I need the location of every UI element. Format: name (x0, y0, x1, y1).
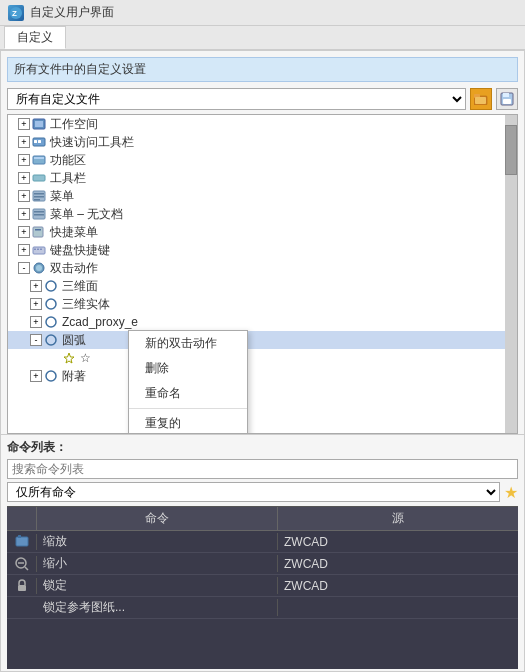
cmd-row-lock-ref[interactable]: 锁定参考图纸... (7, 597, 518, 619)
expand-toolbar[interactable]: + (18, 172, 30, 184)
cmd-row-zoom[interactable]: 缩放 ZWCAD (7, 531, 518, 553)
tree-item-ribbon[interactable]: + 功能区 (8, 151, 517, 169)
circle-icon (44, 333, 60, 347)
svg-rect-26 (34, 249, 36, 251)
svg-point-30 (36, 265, 42, 271)
cmd-icon-zoom-out (7, 556, 37, 572)
file-dropdown-wrapper: 所有自定义文件 (7, 88, 466, 110)
svg-line-40 (25, 567, 28, 570)
svg-point-36 (46, 371, 56, 381)
quickaccess-icon (32, 135, 48, 149)
tree-item-circle[interactable]: - 圆弧 (8, 331, 517, 349)
expand-keyboard[interactable]: + (18, 244, 30, 256)
shortcutmenu-icon (32, 225, 48, 239)
svg-rect-18 (34, 196, 44, 198)
expand-zcad-proxy[interactable]: + (30, 316, 42, 328)
svg-rect-17 (34, 193, 44, 195)
tree-item-zcad-proxy[interactable]: + Zcad_proxy_e (8, 313, 517, 331)
dialog-body: 所有文件中的自定义设置 所有自定义文件 (0, 50, 525, 672)
cmd-row-lock[interactable]: 锁定 ZWCAD (7, 575, 518, 597)
favorite-star-btn[interactable]: ★ (504, 483, 518, 502)
tree-label-ribbon: 功能区 (50, 152, 86, 169)
keyboard-icon (32, 243, 48, 257)
bottom-section: 命令列表： 仅所有命令 ★ 命令 源 (1, 434, 524, 671)
cmd-name-lock-ref: 锁定参考图纸... (37, 599, 278, 616)
tree-area[interactable]: + 工作空间 + 快速访问工具栏 + 功能区 + (7, 114, 518, 434)
svg-rect-38 (18, 535, 21, 538)
tree-item-menu-nodoc[interactable]: + 菜单 – 无文档 (8, 205, 517, 223)
ctx-repeat[interactable]: 重复的 (129, 411, 247, 434)
face3d-icon (44, 279, 60, 293)
expand-ribbon[interactable]: + (18, 154, 30, 166)
tree-label-circle: 圆弧 (62, 332, 86, 349)
filter-select-wrapper: 仅所有命令 (7, 482, 500, 502)
expand-menu[interactable]: + (18, 190, 30, 202)
expand-quickaccess[interactable]: + (18, 136, 30, 148)
svg-rect-25 (33, 247, 45, 254)
tree-item-quickaccess[interactable]: + 快速访问工具栏 (8, 133, 517, 151)
menu-nodoc-icon (32, 207, 48, 221)
file-dropdown[interactable]: 所有自定义文件 (7, 88, 466, 110)
zcad-proxy-icon (44, 315, 60, 329)
svg-rect-37 (16, 537, 28, 546)
tree-label-quickaccess: 快速访问工具栏 (50, 134, 134, 151)
cmd-name-zoom: 缩放 (37, 533, 278, 550)
tree-item-toolbar[interactable]: + 工具栏 (8, 169, 517, 187)
tree-item-doubleclick[interactable]: - 双击动作 (8, 259, 517, 277)
svg-rect-23 (33, 227, 43, 237)
tree-scrollbar-thumb[interactable] (505, 125, 517, 175)
commands-label: 命令列表： (7, 439, 518, 456)
cmd-row-zoom-out[interactable]: 缩小 ZWCAD (7, 553, 518, 575)
cmd-col-source: 源 (278, 507, 518, 530)
cmd-name-lock: 锁定 (37, 577, 278, 594)
file-dropdown-row: 所有自定义文件 (7, 88, 518, 110)
tree-item-3dface[interactable]: + 三维面 (8, 277, 517, 295)
tree-item-attach[interactable]: + 附著 (8, 367, 517, 385)
command-table: 命令 源 缩放 ZWCAD 缩小 ZWCAD (7, 506, 518, 669)
search-input[interactable] (7, 459, 518, 479)
tree-label-keyboard: 键盘快捷键 (50, 242, 110, 259)
expand-3dface[interactable]: + (30, 280, 42, 292)
tree-label-doubleclick: 双击动作 (50, 260, 98, 277)
expand-attach[interactable]: + (30, 370, 42, 382)
expand-3dsolid[interactable]: + (30, 298, 42, 310)
expand-doubleclick[interactable]: - (18, 262, 30, 274)
ctx-new-doubleclick[interactable]: 新的双击动作 (129, 331, 247, 356)
expand-workspace[interactable]: + (18, 118, 30, 130)
cmd-name-zoom-out: 缩小 (37, 555, 278, 572)
svg-point-32 (46, 299, 56, 309)
workspace-icon (32, 117, 48, 131)
tree-label-attach: 附著 (62, 368, 86, 385)
tree-scrollbar-track[interactable] (505, 115, 517, 433)
svg-rect-14 (34, 157, 44, 159)
svg-point-34 (46, 335, 56, 345)
filter-select[interactable]: 仅所有命令 (7, 482, 500, 502)
tree-item-star[interactable]: ☆ (8, 349, 517, 367)
tree-label-toolbar: 工具栏 (50, 170, 86, 187)
app-icon: Z (8, 5, 24, 21)
svg-rect-21 (34, 211, 44, 213)
expand-menu-nodoc[interactable]: + (18, 208, 30, 220)
expand-circle[interactable]: - (30, 334, 42, 346)
ribbon-icon (32, 153, 48, 167)
ctx-delete[interactable]: 删除 (129, 356, 247, 381)
tree-label-menu-nodoc: 菜单 – 无文档 (50, 206, 123, 223)
expand-shortcutmenu[interactable]: + (18, 226, 30, 238)
tree-item-3dsolid[interactable]: + 三维实体 (8, 295, 517, 313)
tab-customize[interactable]: 自定义 (4, 26, 66, 49)
doubleclick-icon (32, 261, 48, 275)
folder-icon-btn[interactable] (470, 88, 492, 110)
tree-item-keyboard[interactable]: + 键盘快捷键 (8, 241, 517, 259)
tree-item-workspace[interactable]: + 工作空间 (8, 115, 517, 133)
filter-row: 仅所有命令 ★ (7, 482, 518, 502)
ctx-separator (129, 408, 247, 409)
command-table-header: 命令 源 (7, 507, 518, 531)
ctx-rename[interactable]: 重命名 (129, 381, 247, 406)
toolbar-icon (32, 171, 48, 185)
tree-item-shortcutmenu[interactable]: + 快捷菜单 (8, 223, 517, 241)
svg-marker-35 (64, 353, 74, 363)
attach-icon (44, 369, 60, 383)
save-icon-btn[interactable] (496, 88, 518, 110)
tree-label-3dface: 三维面 (62, 278, 98, 295)
tree-item-menu[interactable]: + 菜单 (8, 187, 517, 205)
